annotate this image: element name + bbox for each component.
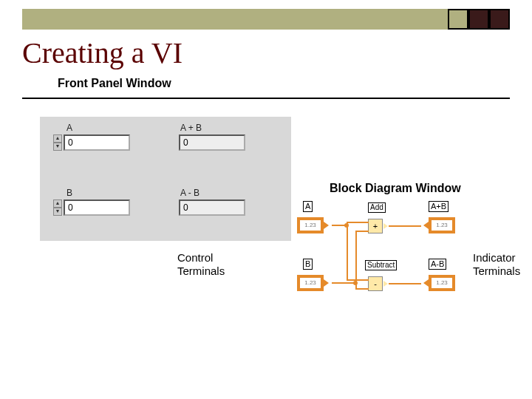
increment-button[interactable]: ▲	[53, 200, 62, 208]
control-a-spinner[interactable]: ▲ ▼	[53, 134, 62, 151]
subtract-node[interactable]: -	[368, 276, 383, 291]
wire	[355, 231, 369, 232]
subtract-node-label: Subtract	[365, 260, 397, 270]
control-b-spinner[interactable]: ▲ ▼	[53, 200, 62, 216]
banner-square	[489, 9, 510, 30]
control-b-label: B	[66, 188, 72, 198]
terminal-aminusb[interactable]: 1.23	[429, 275, 455, 291]
increment-button[interactable]: ▲	[53, 134, 62, 143]
slide-banner	[22, 9, 510, 30]
wire	[332, 282, 355, 284]
indicator-aminusb-label: A - B	[180, 188, 200, 198]
terminal-aplusb[interactable]: 1.23	[429, 217, 455, 233]
control-a-value[interactable]: 0	[64, 134, 130, 151]
control-b-value[interactable]: 0	[64, 200, 130, 216]
indicator-aplusb-label: A + B	[180, 123, 202, 133]
front-panel-label: Front Panel Window	[58, 77, 171, 90]
control-a-label: A	[66, 123, 72, 133]
terminal-a-label: A	[303, 201, 313, 212]
indicator-aplusb-value: 0	[179, 134, 245, 151]
wire	[389, 283, 421, 284]
add-node[interactable]: +	[368, 219, 383, 233]
banner-square	[448, 9, 468, 30]
front-panel-window: A ▲ ▼ 0 A + B 0 B ▲ ▼ 0 A - B 0	[40, 117, 291, 241]
block-diagram-window: A 1.23 B 1.23 Add + Subtract - A+B 1.23 …	[296, 201, 480, 312]
terminal-aplusb-label: A+B	[429, 201, 449, 212]
block-diagram-label: Block Diagram Window	[330, 182, 461, 195]
divider	[22, 98, 510, 99]
wire	[347, 222, 369, 223]
slide-title: Creating a VI	[22, 35, 183, 70]
banner-square	[468, 9, 489, 30]
terminal-a[interactable]: 1.23	[297, 217, 324, 233]
terminal-aminusb-label: A-B	[429, 259, 446, 270]
terminal-b-label: B	[303, 259, 313, 270]
wire	[347, 225, 348, 280]
wire	[355, 288, 369, 290]
indicator-aminusb-value: 0	[179, 200, 245, 216]
control-terminals-callout: Control Terminals	[177, 251, 225, 278]
wire	[355, 231, 357, 284]
decrement-button[interactable]: ▼	[53, 208, 62, 216]
wire	[347, 279, 369, 281]
decrement-button[interactable]: ▼	[53, 143, 62, 151]
wire	[389, 225, 421, 227]
add-node-label: Add	[368, 202, 386, 213]
terminal-b[interactable]: 1.23	[297, 275, 324, 291]
